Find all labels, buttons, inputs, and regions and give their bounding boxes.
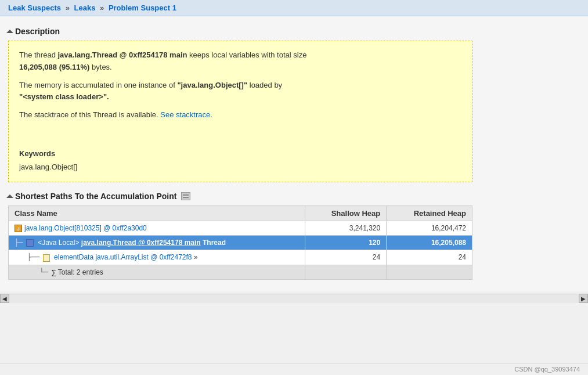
desc-p1-bold: java.lang.Thread @ 0xff254178 main (58, 51, 187, 59)
row2-name: ├─ <Java Local> java.lang.Thread @ 0xff2… (9, 235, 305, 250)
col-class-name: Class Name (9, 205, 305, 221)
row2-name-pre: <Java Local> (38, 239, 81, 247)
scroll-right-arrow[interactable]: ▶ (579, 294, 588, 303)
row3-prefix: ├── (15, 253, 39, 261)
col-shallow-heap: Shallow Heap (305, 205, 387, 221)
desc-p2-mid: loaded by (247, 81, 282, 89)
row2-prefix: ├─ (15, 239, 23, 247)
keywords-title: Keywords (19, 148, 461, 160)
accumulation-title: Shortest Paths To the Accumulation Point (15, 192, 176, 201)
row1-shallow: 3,241,320 (305, 221, 387, 235)
row4-total-label: ∑ Total: 2 entries (51, 268, 103, 276)
row3-name-link2[interactable]: java.util.ArrayList @ 0xff2472f8 (95, 253, 192, 261)
scroll-left-arrow[interactable]: ◀ (0, 294, 9, 303)
description-paragraph3: The stacktrace of this Thread is availab… (19, 109, 461, 121)
table-config-icon[interactable] (181, 192, 190, 200)
row2-retained: 16,205,088 (387, 235, 472, 250)
accumulation-section-header: Shortest Paths To the Accumulation Point (8, 192, 580, 201)
row1-name-link[interactable]: java.lang.Object[810325] @ 0xff2a30d0 (24, 224, 147, 232)
row3-retained: 24 (387, 250, 472, 265)
description-section-header: Description (8, 27, 580, 36)
breadcrumb-link-leaks[interactable]: Leaks (74, 3, 96, 12)
row3-name-link[interactable]: elementData (54, 253, 93, 261)
table-row: ├─ <Java Local> java.lang.Thread @ 0xff2… (9, 235, 472, 250)
desc-p1-post: keeps local variables with total size (187, 51, 306, 59)
description-paragraph1: The thread java.lang.Thread @ 0xff254178… (19, 49, 461, 74)
java-file-icon: J (15, 225, 22, 232)
thread-icon (26, 239, 34, 247)
row2-shallow: 120 (305, 235, 387, 250)
desc-p2-pre: The memory is accumulated in one instanc… (19, 81, 177, 89)
row1-name: Jjava.lang.Object[810325] @ 0xff2a30d0 (9, 221, 305, 235)
main-content: Description The thread java.lang.Thread … (0, 16, 588, 291)
scroll-track[interactable] (9, 294, 579, 303)
desc-p2-quoted2: "<system class loader>". (19, 92, 109, 101)
file-icon (43, 254, 50, 262)
row2-name-post: Thread (201, 239, 226, 247)
desc-p1-post2: bytes. (89, 63, 111, 71)
desc-p3-post: . (210, 110, 212, 119)
breadcrumb-link-leak-suspects[interactable]: Leak Suspects (8, 3, 61, 12)
see-stacktrace-link[interactable]: See stacktrace (160, 110, 210, 119)
keywords-value: java.lang.Object[] (19, 161, 461, 174)
description-collapse-icon[interactable] (6, 30, 13, 33)
row1-retained: 16,204,472 (387, 221, 472, 235)
col-retained-heap: Retained Heap (387, 205, 472, 221)
table-row-total: └─ ∑ Total: 2 entries (9, 265, 472, 279)
desc-p1-bold2: 16,205,088 (95.11%) (19, 63, 89, 71)
desc-p2-quoted: "java.lang.Object[]" (177, 81, 247, 89)
row4-prefix: └─ (15, 268, 48, 276)
table-row: ├── elementData java.util.ArrayList @ 0x… (9, 250, 472, 265)
desc-p3-pre: The stacktrace of this Thread is availab… (19, 110, 160, 119)
row4-name: └─ ∑ Total: 2 entries (9, 265, 305, 279)
row4-shallow (305, 265, 387, 279)
breadcrumb-sep-1: » (66, 3, 70, 12)
row3-shallow: 24 (305, 250, 387, 265)
description-title: Description (15, 27, 60, 36)
desc-p1-pre: The thread (19, 51, 58, 59)
row2-name-link[interactable]: java.lang.Thread @ 0xff254178 main (81, 239, 201, 247)
accumulation-collapse-icon[interactable] (6, 194, 13, 198)
keywords-section: Keywords java.lang.Object[] (19, 148, 461, 174)
accumulation-table: Class Name Shallow Heap Retained Heap Jj… (8, 205, 472, 280)
breadcrumb-sep-2: » (100, 3, 104, 12)
breadcrumb-link-problem-suspect[interactable]: Problem Suspect 1 (109, 3, 176, 12)
breadcrumb: Leak Suspects » Leaks » Problem Suspect … (0, 0, 588, 16)
horizontal-scrollbar[interactable]: ◀ ▶ (0, 294, 588, 303)
description-box: The thread java.lang.Thread @ 0xff254178… (8, 41, 472, 182)
description-paragraph2: The memory is accumulated in one instanc… (19, 80, 461, 104)
row3-name-post: » (194, 253, 198, 261)
row3-name: ├── elementData java.util.ArrayList @ 0x… (9, 250, 305, 265)
row4-retained (387, 265, 472, 279)
table-row: Jjava.lang.Object[810325] @ 0xff2a30d0 3… (9, 221, 472, 235)
